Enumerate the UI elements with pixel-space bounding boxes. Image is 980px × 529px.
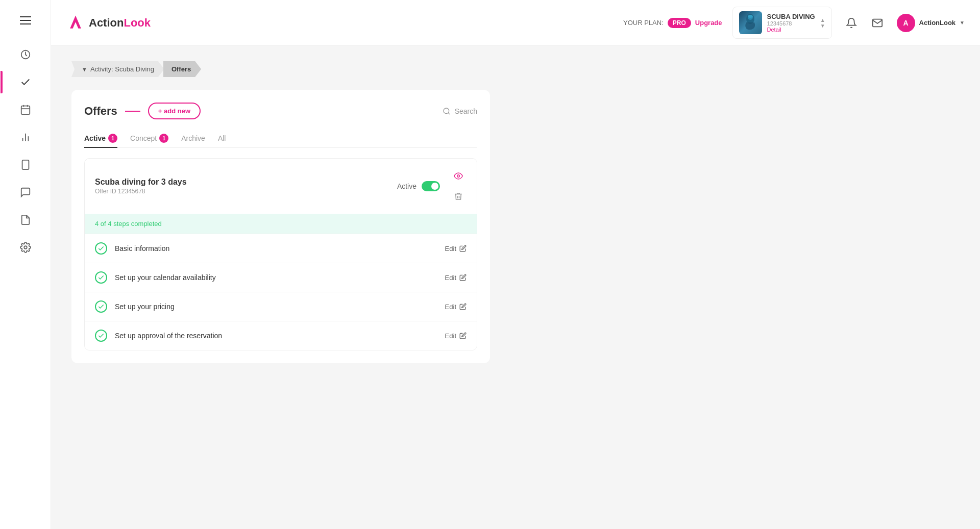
activity-arrows[interactable]: ▲▼ bbox=[820, 17, 825, 29]
user-avatar: A bbox=[897, 14, 915, 32]
tab-archive[interactable]: Archive bbox=[181, 130, 205, 148]
logo-icon bbox=[66, 14, 85, 32]
breadcrumb-activity-label: Activity: Scuba Diving bbox=[90, 65, 154, 73]
add-new-button[interactable]: + add new bbox=[148, 103, 201, 119]
notifications-button[interactable] bbox=[842, 14, 861, 32]
tabs: Active 1 Concept 1 Archive All bbox=[84, 130, 477, 148]
tab-active-badge: 1 bbox=[108, 134, 117, 143]
svg-marker-11 bbox=[70, 15, 81, 28]
nav-analytics[interactable] bbox=[14, 126, 37, 148]
edit-icon bbox=[459, 303, 467, 310]
step-pricing-edit[interactable]: Edit bbox=[445, 303, 467, 311]
step-basic-info: Basic information Edit bbox=[85, 234, 477, 263]
step-check-calendar bbox=[95, 271, 107, 284]
diver-illustration bbox=[739, 11, 762, 34]
steps-completed-text: 4 of 4 steps completed bbox=[95, 220, 162, 228]
check-icon bbox=[97, 332, 105, 339]
step-approval-edit-label: Edit bbox=[445, 332, 456, 340]
user-name: ActionLook bbox=[919, 19, 956, 27]
svg-rect-1 bbox=[21, 106, 30, 115]
nav-dashboard[interactable] bbox=[14, 43, 37, 66]
step-check-basic bbox=[95, 242, 107, 255]
header: ActionLook YOUR PLAN: PRO Upgrade bbox=[51, 0, 980, 46]
nav-calendar[interactable] bbox=[14, 98, 37, 121]
tab-active-label: Active bbox=[84, 134, 106, 142]
activity-card[interactable]: SCUBA DIVING 12345678 Detail ▲▼ bbox=[732, 7, 832, 39]
bell-icon bbox=[846, 17, 857, 29]
steps-progress: 4 of 4 steps completed bbox=[85, 214, 477, 234]
plan-info: YOUR PLAN: PRO Upgrade bbox=[623, 18, 722, 28]
offer-delete-button[interactable] bbox=[450, 188, 467, 205]
main-area: ActionLook YOUR PLAN: PRO Upgrade bbox=[51, 0, 980, 529]
step-check-approval bbox=[95, 330, 107, 342]
offer-status: Active bbox=[397, 181, 440, 191]
tab-concept-badge: 1 bbox=[159, 134, 168, 143]
search-box[interactable]: Search bbox=[443, 107, 477, 115]
step-calendar-edit-label: Edit bbox=[445, 274, 456, 282]
upgrade-link[interactable]: Upgrade bbox=[695, 19, 722, 27]
svg-point-15 bbox=[444, 108, 449, 114]
activity-thumbnail bbox=[739, 11, 762, 34]
header-icons bbox=[842, 14, 887, 32]
check-icon bbox=[97, 274, 105, 281]
activity-image bbox=[739, 11, 762, 34]
pro-badge: PRO bbox=[668, 18, 691, 28]
tab-active[interactable]: Active 1 bbox=[84, 130, 117, 148]
activity-id: 12345678 bbox=[767, 20, 815, 27]
offer-info: Scuba diving for 3 days Offer ID 1234567… bbox=[95, 178, 397, 195]
breadcrumb-chevron-icon: ▼ bbox=[82, 66, 87, 72]
step-pricing-label: Set up your pricing bbox=[115, 303, 445, 311]
nav-tasks[interactable] bbox=[14, 71, 37, 93]
offers-panel: Offers + add new Search Active 1 Concept… bbox=[71, 90, 490, 363]
header-right: YOUR PLAN: PRO Upgrade S bbox=[623, 7, 965, 39]
tab-all[interactable]: All bbox=[218, 130, 226, 148]
svg-point-14 bbox=[748, 15, 753, 18]
step-basic-edit-label: Edit bbox=[445, 245, 456, 253]
breadcrumb-offers[interactable]: Offers bbox=[163, 61, 201, 77]
activity-detail-link[interactable]: Detail bbox=[767, 27, 815, 33]
nav-documents[interactable] bbox=[14, 209, 37, 231]
user-dropdown-chevron: ▼ bbox=[960, 20, 965, 26]
hamburger-menu[interactable] bbox=[15, 10, 36, 31]
logo-text: ActionLook bbox=[89, 16, 151, 30]
step-calendar: Set up your calendar availability Edit bbox=[85, 263, 477, 292]
activity-name: SCUBA DIVING bbox=[767, 13, 815, 20]
edit-icon bbox=[459, 245, 467, 252]
logo-look: Look bbox=[124, 16, 151, 29]
step-pricing: Set up your pricing Edit bbox=[85, 292, 477, 321]
offer-view-button[interactable] bbox=[450, 168, 467, 184]
tab-concept[interactable]: Concept 1 bbox=[130, 130, 168, 148]
step-basic-edit[interactable]: Edit bbox=[445, 245, 467, 253]
tab-all-label: All bbox=[218, 134, 226, 142]
offer-card-header: Scuba diving for 3 days Offer ID 1234567… bbox=[85, 159, 477, 214]
offer-toggle[interactable] bbox=[422, 181, 440, 191]
edit-icon bbox=[459, 274, 467, 281]
nav-messages[interactable] bbox=[14, 181, 37, 204]
nav-settings[interactable] bbox=[14, 236, 37, 259]
offers-header: Offers + add new Search bbox=[84, 103, 477, 119]
user-area[interactable]: A ActionLook ▼ bbox=[897, 14, 965, 32]
mail-button[interactable] bbox=[868, 14, 887, 32]
offer-name: Scuba diving for 3 days bbox=[95, 178, 397, 187]
offer-id: Offer ID 12345678 bbox=[95, 188, 397, 195]
activity-info: SCUBA DIVING 12345678 Detail bbox=[767, 13, 815, 33]
logo-action: Action bbox=[89, 16, 124, 29]
offers-title: Offers bbox=[84, 105, 117, 118]
check-icon bbox=[97, 303, 105, 310]
eye-icon bbox=[454, 171, 463, 181]
breadcrumb: ▼ Activity: Scuba Diving Offers bbox=[71, 61, 960, 77]
svg-line-16 bbox=[448, 113, 450, 114]
breadcrumb-activity[interactable]: ▼ Activity: Scuba Diving bbox=[71, 61, 164, 77]
content-area: ▼ Activity: Scuba Diving Offers Offers +… bbox=[51, 46, 980, 529]
svg-point-10 bbox=[24, 246, 27, 249]
tab-concept-label: Concept bbox=[130, 134, 157, 142]
plan-label: YOUR PLAN: bbox=[623, 19, 664, 27]
step-pricing-edit-label: Edit bbox=[445, 303, 456, 311]
nav-mobile[interactable] bbox=[14, 154, 37, 176]
svg-rect-8 bbox=[22, 160, 29, 169]
step-calendar-label: Set up your calendar availability bbox=[115, 273, 445, 282]
step-approval-label: Set up approval of the reservation bbox=[115, 332, 445, 340]
user-initial: A bbox=[903, 19, 909, 27]
step-approval-edit[interactable]: Edit bbox=[445, 332, 467, 340]
step-calendar-edit[interactable]: Edit bbox=[445, 274, 467, 282]
